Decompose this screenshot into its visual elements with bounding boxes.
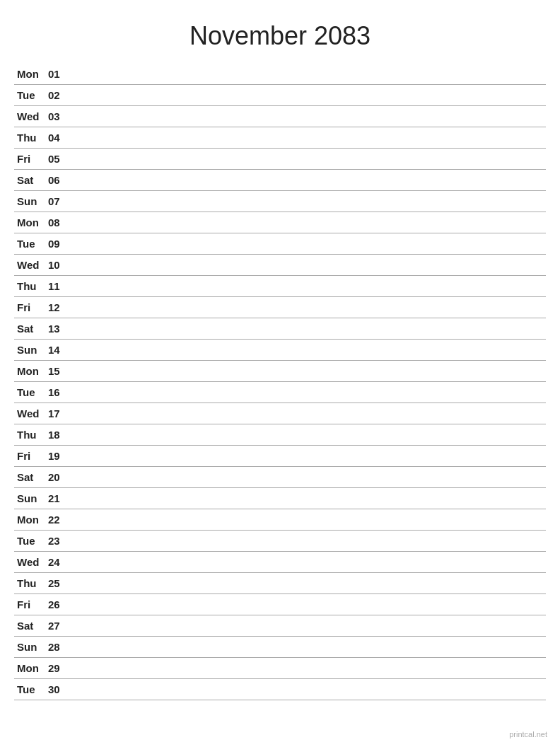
calendar-table: Mon01 Tue02 Wed03 Thu04 Fri05 Sat06 Sun0…	[14, 64, 546, 700]
day-name: Mon	[14, 212, 45, 233]
day-name: Thu	[14, 424, 45, 446]
day-name: Mon	[14, 64, 45, 85]
day-number: 13	[45, 318, 66, 340]
day-name: Sat	[14, 170, 45, 191]
day-name: Sun	[14, 488, 45, 509]
day-name: Sun	[14, 637, 45, 658]
day-writing-area	[66, 85, 546, 106]
calendar-row: Fri12	[14, 297, 546, 318]
calendar-row: Sun14	[14, 340, 546, 361]
calendar-row: Sat20	[14, 467, 546, 488]
calendar-row: Sun28	[14, 637, 546, 658]
day-number: 23	[45, 531, 66, 552]
calendar-row: Thu18	[14, 424, 546, 446]
day-number: 04	[45, 127, 66, 149]
day-number: 21	[45, 488, 66, 509]
day-writing-area	[66, 382, 546, 403]
day-writing-area	[66, 318, 546, 340]
day-number: 16	[45, 382, 66, 403]
day-number: 27	[45, 615, 66, 637]
day-writing-area	[66, 509, 546, 531]
day-writing-area	[66, 615, 546, 637]
day-writing-area	[66, 361, 546, 382]
day-writing-area	[66, 191, 546, 212]
calendar-row: Mon01	[14, 64, 546, 85]
calendar-row: Tue23	[14, 531, 546, 552]
day-writing-area	[66, 573, 546, 594]
day-writing-area	[66, 467, 546, 488]
day-writing-area	[66, 64, 546, 85]
calendar-title: November 2083	[14, 14, 546, 51]
day-writing-area	[66, 127, 546, 149]
calendar-page: November 2083 Mon01 Tue02 Wed03 Thu04 Fr…	[0, 0, 560, 747]
day-number: 19	[45, 446, 66, 467]
day-writing-area	[66, 170, 546, 191]
calendar-row: Sun21	[14, 488, 546, 509]
day-number: 26	[45, 594, 66, 615]
day-writing-area	[66, 679, 546, 700]
calendar-row: Thu25	[14, 573, 546, 594]
day-number: 02	[45, 85, 66, 106]
calendar-row: Mon15	[14, 361, 546, 382]
day-number: 29	[45, 658, 66, 679]
day-number: 24	[45, 552, 66, 573]
calendar-row: Thu04	[14, 127, 546, 149]
day-writing-area	[66, 424, 546, 446]
day-writing-area	[66, 255, 546, 276]
watermark: printcal.net	[509, 730, 547, 739]
day-name: Thu	[14, 276, 45, 297]
day-number: 18	[45, 424, 66, 446]
day-name: Tue	[14, 531, 45, 552]
day-name: Mon	[14, 509, 45, 531]
calendar-row: Tue30	[14, 679, 546, 700]
day-writing-area	[66, 637, 546, 658]
day-writing-area	[66, 276, 546, 297]
day-number: 20	[45, 467, 66, 488]
calendar-row: Sat13	[14, 318, 546, 340]
day-name: Tue	[14, 85, 45, 106]
calendar-row: Fri26	[14, 594, 546, 615]
day-number: 06	[45, 170, 66, 191]
day-writing-area	[66, 531, 546, 552]
day-number: 10	[45, 255, 66, 276]
calendar-row: Mon22	[14, 509, 546, 531]
day-name: Tue	[14, 382, 45, 403]
day-number: 28	[45, 637, 66, 658]
day-writing-area	[66, 488, 546, 509]
calendar-row: Tue16	[14, 382, 546, 403]
day-number: 07	[45, 191, 66, 212]
day-writing-area	[66, 658, 546, 679]
calendar-row: Mon08	[14, 212, 546, 233]
day-name: Fri	[14, 297, 45, 318]
day-number: 12	[45, 297, 66, 318]
day-number: 15	[45, 361, 66, 382]
day-name: Fri	[14, 594, 45, 615]
calendar-row: Sat06	[14, 170, 546, 191]
day-writing-area	[66, 446, 546, 467]
calendar-row: Wed24	[14, 552, 546, 573]
day-name: Sun	[14, 340, 45, 361]
day-name: Fri	[14, 446, 45, 467]
day-name: Wed	[14, 255, 45, 276]
day-number: 03	[45, 106, 66, 127]
calendar-row: Thu11	[14, 276, 546, 297]
day-number: 11	[45, 276, 66, 297]
day-name: Mon	[14, 361, 45, 382]
day-writing-area	[66, 149, 546, 170]
day-writing-area	[66, 297, 546, 318]
day-name: Thu	[14, 573, 45, 594]
day-number: 22	[45, 509, 66, 531]
calendar-row: Fri05	[14, 149, 546, 170]
day-writing-area	[66, 594, 546, 615]
calendar-row: Tue09	[14, 233, 546, 255]
day-writing-area	[66, 106, 546, 127]
day-number: 01	[45, 64, 66, 85]
calendar-row: Sun07	[14, 191, 546, 212]
day-name: Sat	[14, 318, 45, 340]
calendar-row: Wed10	[14, 255, 546, 276]
day-number: 09	[45, 233, 66, 255]
day-name: Thu	[14, 127, 45, 149]
calendar-row: Wed17	[14, 403, 546, 424]
day-number: 17	[45, 403, 66, 424]
day-name: Sun	[14, 191, 45, 212]
